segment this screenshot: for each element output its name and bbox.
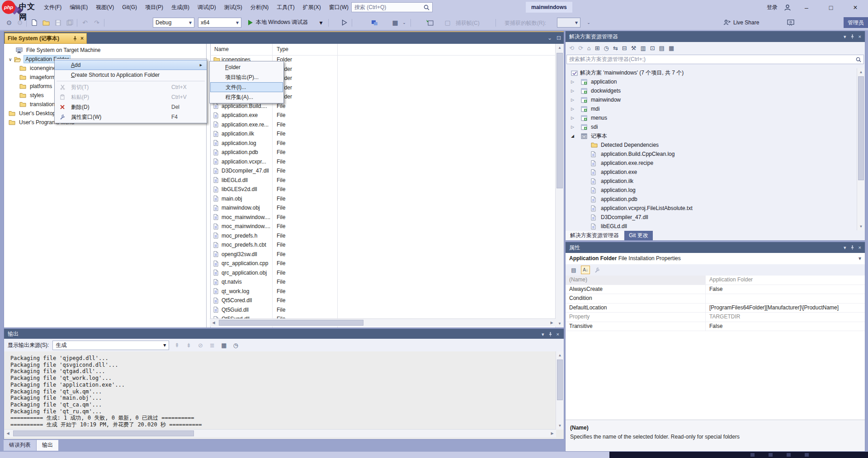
menu-item-create-shortcut[interactable]: Create Shortcut to Application Folder bbox=[55, 70, 207, 80]
list-row-file[interactable]: moc_mainwindow.... File bbox=[210, 222, 556, 231]
submenu-item-file[interactable]: 文件(I)... bbox=[210, 82, 283, 92]
project-file-node[interactable]: application.Build.CppClean.log bbox=[566, 150, 857, 159]
close-icon[interactable]: × bbox=[80, 33, 84, 43]
scroll-left-icon[interactable] bbox=[210, 319, 217, 327]
chevron-collapsed-icon[interactable] bbox=[571, 116, 574, 120]
capture-window-icon[interactable]: ▢ bbox=[443, 18, 452, 27]
tree-item-folder[interactable]: platforms bbox=[19, 82, 53, 91]
list-row-file[interactable]: mainwindow.obj File bbox=[210, 203, 556, 213]
list-row-file[interactable]: application.vcxpr... File bbox=[210, 157, 556, 167]
project-node-expanded[interactable]: 记事本 bbox=[566, 131, 857, 140]
list-row-file[interactable]: moc_mainwindow.... File bbox=[210, 213, 556, 222]
menu-item-delete[interactable]: 删除(D)Del bbox=[55, 102, 207, 112]
project-node[interactable]: menus bbox=[566, 113, 857, 122]
list-row-file[interactable]: application.exe File bbox=[210, 111, 556, 120]
menu-item[interactable]: 调试(D) bbox=[193, 0, 220, 15]
scrollbar-thumb[interactable] bbox=[557, 53, 563, 188]
menu-item-paste[interactable]: 粘贴(P)Ctrl+V bbox=[55, 92, 207, 102]
window-layout-icon[interactable]: ▦ bbox=[391, 18, 400, 27]
property-row[interactable]: Transitive False bbox=[566, 322, 865, 332]
tree-item-folder[interactable]: translations bbox=[19, 100, 59, 109]
close-icon[interactable]: × bbox=[557, 329, 559, 339]
start-debug-icon[interactable] bbox=[246, 18, 255, 27]
project-file-node[interactable]: D3Dcompiler_47.dll bbox=[566, 213, 857, 222]
se-toolbar-icon[interactable]: ⊞ bbox=[595, 45, 600, 51]
scroll-up-icon[interactable] bbox=[857, 68, 865, 76]
list-row-file[interactable]: application.exe.re... File bbox=[210, 120, 556, 130]
scroll-up-icon[interactable] bbox=[556, 44, 564, 51]
start-without-debug-icon[interactable] bbox=[340, 18, 349, 27]
submenu-item-folder[interactable]: Folder bbox=[210, 62, 283, 72]
solution-search-box[interactable]: 搜索解决方案资源管理器(Ctrl+;) bbox=[566, 55, 864, 64]
navigate-back-icon[interactable]: ⊙ bbox=[5, 18, 14, 27]
output-toolbar-icon[interactable]: ▦ bbox=[220, 342, 228, 349]
list-row-file[interactable]: application.ilk File bbox=[210, 129, 556, 139]
tree-item-special-folder[interactable]: User's Desktop bbox=[9, 109, 57, 118]
editor-horizontal-scrollbar[interactable] bbox=[210, 318, 556, 327]
chevron-expanded-icon[interactable] bbox=[9, 57, 12, 62]
property-row[interactable]: AlwaysCreate False bbox=[566, 285, 865, 294]
list-row-file[interactable]: application.pdb File bbox=[210, 148, 556, 157]
solution-root[interactable]: 解决方案 'mainwindows' (7 个项目, 共 7 个) bbox=[566, 68, 857, 77]
list-row-file[interactable]: qt.natvis File bbox=[210, 277, 556, 287]
property-value[interactable]: False bbox=[706, 322, 865, 331]
menu-item[interactable]: 窗口(W) bbox=[325, 0, 353, 15]
tab-solution-explorer[interactable]: 解决方案资源管理器 bbox=[566, 231, 623, 240]
menu-item[interactable]: 测试(S) bbox=[220, 0, 246, 15]
property-value[interactable]: False bbox=[706, 285, 865, 294]
list-row-file[interactable]: qrc_application.obj File bbox=[210, 268, 556, 278]
close-icon[interactable]: × bbox=[859, 242, 861, 253]
property-row[interactable]: (Name) Application Folder bbox=[566, 276, 865, 285]
toolbar-overflow-icon[interactable]: ⌄ bbox=[584, 18, 593, 27]
dependencies-folder-node[interactable]: Detected Dependencies bbox=[566, 140, 857, 150]
output-toolbar-icon[interactable]: ⊘ bbox=[196, 342, 204, 349]
tree-item-folder[interactable]: styles bbox=[19, 91, 45, 100]
open-file-icon[interactable] bbox=[42, 18, 51, 27]
float-icon[interactable]: ⊡ bbox=[557, 35, 561, 41]
chevron-collapsed-icon[interactable] bbox=[571, 79, 574, 84]
live-share-label[interactable]: Live Share bbox=[733, 19, 759, 26]
property-row[interactable]: Property TARGETDIR bbox=[566, 313, 865, 322]
list-row-file[interactable]: qrc_application.cpp File bbox=[210, 259, 556, 268]
property-row[interactable]: DefaultLocation [ProgramFiles64Folder][M… bbox=[566, 304, 865, 313]
start-debug-label[interactable]: 本地 Windows 调试器 bbox=[256, 15, 308, 31]
menu-item[interactable]: 项目(P) bbox=[141, 0, 167, 15]
list-row-file[interactable]: libGLESv2d.dll File bbox=[210, 185, 556, 194]
close-button[interactable]: × bbox=[846, 4, 864, 12]
wrench-icon[interactable] bbox=[593, 266, 602, 274]
menu-item[interactable]: 编辑(E) bbox=[66, 0, 92, 15]
project-file-node[interactable]: application.pdb bbox=[566, 195, 857, 204]
chevron-collapsed-icon[interactable] bbox=[571, 89, 574, 93]
undo-icon[interactable]: ↶ bbox=[80, 18, 90, 27]
maximize-button[interactable]: □ bbox=[822, 4, 840, 11]
column-header-name[interactable]: Name bbox=[214, 46, 229, 52]
se-toolbar-icon[interactable]: ⌂ bbox=[587, 45, 591, 51]
submenu-item-project-output[interactable]: 项目输出(P)... bbox=[210, 72, 283, 82]
se-toolbar-icon[interactable]: ◷ bbox=[604, 45, 609, 51]
se-toolbar-icon[interactable]: ⊡ bbox=[650, 45, 655, 51]
sign-in-button[interactable]: 登录 bbox=[767, 4, 778, 11]
configuration-combobox[interactable]: Debug bbox=[153, 18, 194, 28]
list-row-file[interactable]: Qt5Guid.dll File bbox=[210, 305, 556, 315]
list-row-file[interactable]: libEGLd.dll File bbox=[210, 176, 556, 185]
chevron-collapsed-icon[interactable] bbox=[571, 98, 574, 102]
frames-count-combobox[interactable] bbox=[557, 18, 580, 28]
redo-icon[interactable]: ↷ bbox=[92, 18, 101, 27]
se-toolbar-icon[interactable]: ▥ bbox=[640, 45, 646, 51]
chevron-down-icon[interactable]: ⌄ bbox=[400, 18, 409, 27]
document-well-controls[interactable]: ⊡ bbox=[547, 35, 561, 41]
list-row-file[interactable]: moc_predefs.h.cbt File bbox=[210, 240, 556, 250]
scroll-up-icon[interactable] bbox=[556, 351, 564, 359]
column-header-type[interactable]: Type bbox=[277, 46, 288, 52]
categorized-icon[interactable]: ▤ bbox=[569, 266, 578, 274]
solution-scrollbar[interactable] bbox=[857, 68, 865, 230]
property-value[interactable]: TARGETDIR bbox=[706, 313, 865, 322]
tab-output[interactable]: 输出 bbox=[37, 440, 58, 451]
chevron-collapsed-icon[interactable] bbox=[571, 107, 574, 111]
list-row-file[interactable]: Qt5Cored.dll File bbox=[210, 296, 556, 305]
scroll-down-icon[interactable] bbox=[857, 223, 865, 230]
chevron-expanded-icon[interactable] bbox=[571, 134, 574, 138]
save-icon[interactable] bbox=[53, 18, 62, 27]
pin-icon[interactable] bbox=[851, 34, 854, 39]
project-node[interactable]: dockwidgets bbox=[566, 86, 857, 95]
